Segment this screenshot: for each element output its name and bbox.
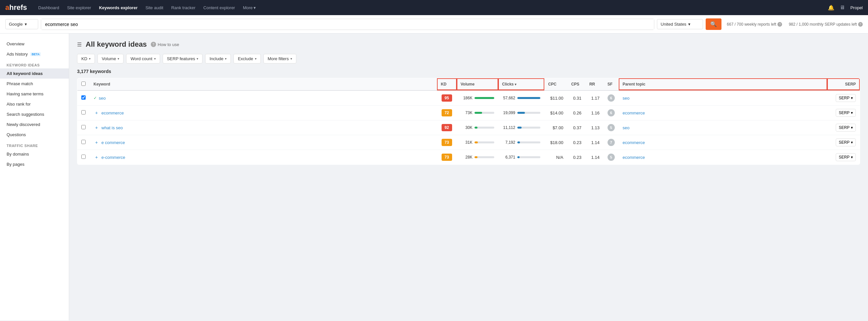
chevron-down-icon: ▾ — [851, 96, 853, 100]
search-bar: Google ▾ United States ▾ 🔍 667 / 700 wee… — [0, 15, 868, 34]
chevron-down-icon: ▾ — [154, 57, 156, 61]
volume-value: 73K — [461, 110, 472, 115]
logo[interactable]: ahrefs — [5, 3, 27, 12]
serp-button[interactable]: SERP ▾ — [836, 124, 856, 132]
filter-volume[interactable]: Volume ▾ — [97, 54, 123, 64]
nav-site-explorer[interactable]: Site explorer — [64, 4, 94, 11]
hamburger-icon[interactable]: ☰ — [77, 41, 82, 48]
row-checkbox[interactable] — [81, 154, 86, 159]
table-row: + e commerce 73 31K 7,192 $18.00 0 — [78, 135, 860, 150]
keyword-link[interactable]: seo — [99, 96, 106, 101]
search-button[interactable]: 🔍 — [706, 19, 721, 30]
sidebar-item-phrase-match[interactable]: Phrase match — [0, 79, 69, 89]
td-kd: 95 — [437, 91, 457, 106]
th-clicks[interactable]: Clicks ▾ — [498, 78, 544, 91]
row-checkbox[interactable] — [81, 125, 86, 129]
filter-exclude[interactable]: Exclude ▾ — [234, 54, 260, 64]
sidebar-item-having-same-terms[interactable]: Having same terms — [0, 89, 69, 99]
td-parent-topic: seo — [619, 120, 827, 135]
sidebar-item-ads-history[interactable]: Ads history BETA — [0, 49, 69, 59]
td-cps: 0.23 — [567, 150, 586, 165]
td-sf: 7 — [603, 135, 619, 150]
kd-badge: 95 — [441, 95, 452, 102]
info-icon-weekly[interactable]: ? — [777, 22, 782, 27]
table-row: + what is seo 92 30K 11,112 $7.00 — [78, 120, 860, 135]
volume-bar — [474, 112, 494, 114]
filter-kd[interactable]: KD ▾ — [77, 54, 95, 64]
nav-content-explorer[interactable]: Content explorer — [200, 4, 239, 11]
sf-badge: 5 — [608, 153, 615, 161]
th-volume[interactable]: Volume — [457, 78, 498, 91]
td-serp: SERP ▾ — [827, 135, 860, 150]
parent-topic-link[interactable]: seo — [623, 125, 629, 130]
info-icon-monthly[interactable]: ? — [858, 22, 863, 27]
how-to-use-link[interactable]: ? How to use — [151, 42, 179, 47]
td-keyword: + e-commerce — [90, 150, 437, 165]
select-all-checkbox[interactable] — [81, 81, 86, 86]
td-clicks: 57,662 — [498, 91, 544, 106]
filter-include[interactable]: Include ▾ — [205, 54, 231, 64]
parent-topic-link[interactable]: seo — [623, 96, 629, 101]
th-checkbox — [78, 78, 90, 91]
td-parent-topic: ecommerce — [619, 106, 827, 120]
keyword-link[interactable]: ecommerce — [101, 110, 124, 115]
sidebar-item-by-domains[interactable]: By domains — [0, 149, 69, 159]
keyword-link[interactable]: what is seo — [101, 125, 123, 130]
serp-button[interactable]: SERP ▾ — [836, 153, 856, 161]
search-input[interactable] — [41, 19, 654, 30]
nav-rank-tracker[interactable]: Rank tracker — [168, 4, 199, 11]
nav-keywords-explorer[interactable]: Keywords explorer — [96, 4, 141, 11]
user-menu[interactable]: Propel — [850, 5, 863, 10]
keyword-link[interactable]: e commerce — [101, 140, 125, 145]
clicks-bar — [517, 97, 540, 99]
th-cpc: CPC — [544, 78, 567, 91]
serp-button[interactable]: SERP ▾ — [836, 94, 856, 102]
add-button[interactable]: + — [94, 154, 99, 160]
nav-more[interactable]: More ▾ — [240, 4, 259, 11]
td-volume: 28K — [457, 150, 498, 165]
th-kd[interactable]: KD — [437, 78, 457, 91]
parent-topic-link[interactable]: ecommerce — [623, 155, 645, 160]
td-cps: 0.37 — [567, 120, 586, 135]
th-rr: RR — [586, 78, 603, 91]
add-button[interactable]: + — [94, 124, 99, 131]
serp-button[interactable]: SERP ▾ — [836, 139, 856, 146]
clicks-value: 11,112 — [502, 125, 515, 130]
parent-topic-link[interactable]: ecommerce — [623, 110, 645, 115]
sidebar-item-overview[interactable]: Overview — [0, 39, 69, 49]
sidebar-item-newly-discovered[interactable]: Newly discovered — [0, 119, 69, 130]
td-rr: 1.16 — [586, 106, 603, 120]
serp-button[interactable]: SERP ▾ — [836, 109, 856, 117]
nav-site-audit[interactable]: Site audit — [142, 4, 166, 11]
table-row: + e-commerce 73 28K 6,371 N/A 0.23 — [78, 150, 860, 165]
sidebar-item-also-rank-for[interactable]: Also rank for — [0, 99, 69, 109]
td-keyword: + what is seo — [90, 120, 437, 135]
sidebar-item-all-keyword-ideas[interactable]: All keyword ideas — [0, 68, 69, 79]
add-button[interactable]: + — [94, 110, 99, 116]
table-header-row: Keyword KD Volume Clicks ▾ — [78, 78, 860, 91]
filter-more[interactable]: More filters ▾ — [264, 54, 297, 64]
filter-serp-features[interactable]: SERP features ▾ — [163, 54, 203, 64]
keywords-count: 3,177 keywords — [77, 69, 860, 74]
th-sf: SF — [603, 78, 619, 91]
td-kd: 73 — [437, 135, 457, 150]
sidebar-item-questions[interactable]: Questions — [0, 130, 69, 140]
clicks-bar — [517, 127, 540, 129]
reports-info: 667 / 700 weekly reports left ? 982 / 1,… — [727, 22, 863, 27]
country-label: United States — [660, 22, 686, 27]
sidebar-item-search-suggestions[interactable]: Search suggestions — [0, 109, 69, 119]
engine-select[interactable]: Google ▾ — [5, 19, 38, 29]
filter-word-count[interactable]: Word count ▾ — [126, 54, 160, 64]
row-checkbox[interactable] — [81, 95, 86, 100]
country-select[interactable]: United States ▾ — [657, 19, 703, 29]
row-checkbox[interactable] — [81, 110, 86, 114]
monitor-icon[interactable]: 🖥 — [840, 5, 845, 10]
volume-bar — [474, 97, 494, 99]
keyword-link[interactable]: e-commerce — [101, 155, 125, 160]
sidebar-item-by-pages[interactable]: By pages — [0, 159, 69, 169]
add-button[interactable]: + — [94, 139, 99, 145]
parent-topic-link[interactable]: ecommerce — [623, 140, 645, 145]
bell-icon[interactable]: 🔔 — [828, 5, 834, 11]
nav-dashboard[interactable]: Dashboard — [35, 4, 63, 11]
row-checkbox[interactable] — [81, 140, 86, 144]
